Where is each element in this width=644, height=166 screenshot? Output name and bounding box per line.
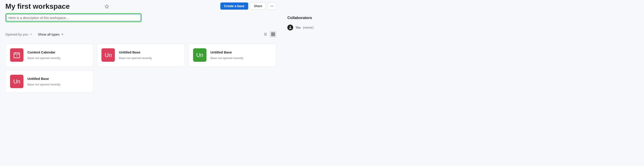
base-abbrev: Un [105,52,112,58]
grid-view-button[interactable] [270,31,276,37]
base-title: Untitled Base [210,50,272,54]
calendar-icon: 7 [13,51,20,59]
base-card-body: Content CalendarBase not opened recently [28,50,88,60]
base-icon: Un [102,48,115,62]
svg-point-16 [290,26,291,28]
workspace-description-input[interactable] [6,14,140,21]
description-highlight [5,13,142,22]
chevron-down-icon [30,33,32,36]
type-filter-dropdown[interactable]: Show all types [38,33,64,36]
base-card[interactable]: UnUntitled BaseBase not opened recently [97,44,184,66]
create-base-button[interactable]: Create a base [220,3,248,10]
base-title: Untitled Base [119,50,180,54]
base-card[interactable]: 7Content CalendarBase not opened recentl… [5,44,93,66]
list-view-button[interactable] [262,31,268,37]
svg-rect-7 [272,33,272,34]
base-card-body: Untitled BaseBase not opened recently [119,50,180,60]
list-icon [264,32,268,36]
sort-dropdown[interactable]: Opened by you [5,33,32,36]
filter-label: Show all types [38,33,60,36]
base-meta: Base not opened recently [119,56,180,60]
bases-grid: 7Content CalendarBase not opened recentl… [5,44,276,93]
base-meta: Base not opened recently [210,56,272,60]
svg-rect-10 [274,35,275,36]
base-card[interactable]: UnUntitled BaseBase not opened recently [5,70,93,93]
avatar [287,25,293,31]
collaborator-role: (owner) [303,26,314,29]
base-abbrev: Un [196,52,203,58]
collaborator-item[interactable]: You (owner) [287,25,343,31]
base-card-body: Untitled BaseBase not opened recently [210,50,272,60]
base-title: Content Calendar [28,50,88,54]
base-meta: Base not opened recently [28,56,88,60]
favorite-button[interactable] [103,3,110,10]
svg-rect-9 [272,35,272,36]
svg-marker-0 [105,5,109,8]
base-icon: 7 [10,48,24,62]
collaborators-heading: Collaborators [287,16,343,20]
workspace-title[interactable]: My first workspace [5,2,70,11]
sort-label: Opened by you [5,33,28,36]
base-icon: Un [10,75,24,88]
base-icon: Un [193,48,206,62]
svg-point-2 [272,6,272,6]
chevron-down-icon [61,33,64,36]
star-icon [104,4,109,9]
base-abbrev: Un [14,78,20,85]
svg-point-1 [270,6,271,6]
svg-text:7: 7 [16,54,18,58]
base-meta: Base not opened recently [28,83,88,86]
base-card[interactable]: UnUntitled BaseBase not opened recently [188,44,276,66]
base-card-body: Untitled BaseBase not opened recently [28,77,88,86]
base-title: Untitled Base [28,77,88,81]
svg-point-3 [272,6,273,6]
svg-rect-8 [274,33,275,34]
ellipsis-icon [270,4,274,8]
more-button[interactable] [268,2,276,10]
share-button[interactable]: Share [250,3,266,10]
collaborator-name: You [296,26,301,29]
grid-icon [271,32,275,36]
